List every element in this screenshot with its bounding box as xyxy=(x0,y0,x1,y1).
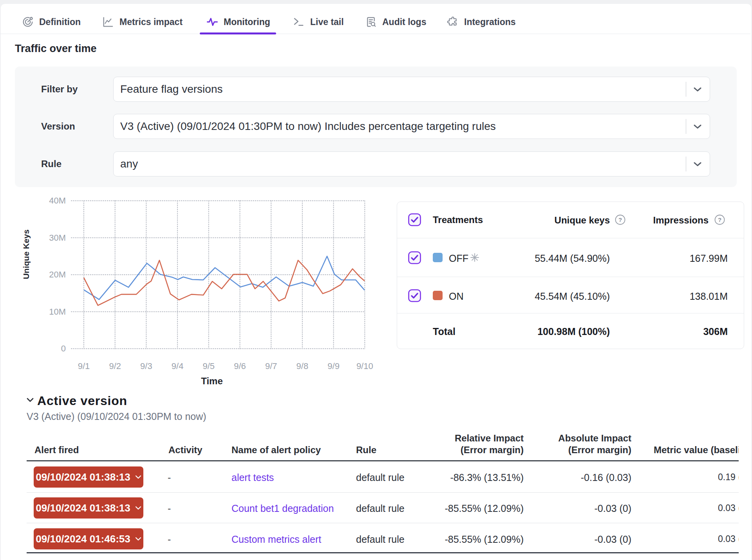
svg-text:9/3: 9/3 xyxy=(140,361,152,371)
svg-text:Unique Keys: Unique Keys xyxy=(22,229,31,279)
svg-text:Time: Time xyxy=(201,376,223,386)
svg-text:40M: 40M xyxy=(49,196,66,205)
svg-text:9/8: 9/8 xyxy=(296,361,309,371)
svg-text:9/10: 9/10 xyxy=(356,361,373,371)
svg-text:20M: 20M xyxy=(49,270,66,279)
svg-text:9/5: 9/5 xyxy=(203,361,215,371)
svg-text:9/6: 9/6 xyxy=(234,361,246,371)
svg-text:?: ? xyxy=(718,216,721,223)
svg-text:9/9: 9/9 xyxy=(327,361,340,371)
svg-text:9/1: 9/1 xyxy=(78,361,90,371)
svg-text:0: 0 xyxy=(61,344,66,353)
svg-text:9/7: 9/7 xyxy=(265,361,277,371)
svg-text:9/2: 9/2 xyxy=(109,361,121,371)
svg-text:30M: 30M xyxy=(49,233,66,243)
svg-text:10M: 10M xyxy=(49,307,66,317)
svg-text:9/4: 9/4 xyxy=(172,361,184,371)
